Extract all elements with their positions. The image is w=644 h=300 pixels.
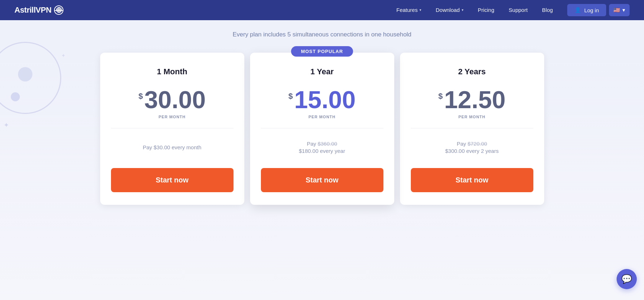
plan-name-monthly: 1 Month [111, 67, 234, 76]
nav-item-support[interactable]: Support [502, 0, 535, 20]
nav-item-download[interactable]: Download ▾ [428, 0, 471, 20]
plan-name-biennial: 2 Years [411, 67, 533, 76]
nav-item-features[interactable]: Features ▾ [389, 0, 428, 20]
most-popular-badge: MOST POPULAR [291, 46, 353, 57]
actual-price-yearly: $180.00 every year [299, 148, 345, 154]
nav-link-download[interactable]: Download ▾ [428, 0, 471, 20]
pay-info-yearly: Pay $360.00 $180.00 every year [261, 137, 383, 157]
nav-link-features[interactable]: Features ▾ [389, 0, 428, 20]
pay-info-biennial: Pay $720.00 $300.00 every 2 years [411, 137, 533, 157]
plan-name-yearly: 1 Year [261, 67, 383, 76]
main-content: ✦ ✦ Every plan includes 5 simultaneous c… [0, 20, 644, 300]
main-nav: Features ▾ Download ▾ Pricing Support Bl… [389, 0, 560, 20]
actual-price-biennial: $300.00 every 2 years [445, 148, 498, 154]
price-period-biennial: PER MONTH [411, 115, 533, 119]
price-amount-biennial: 12.50 [444, 87, 506, 112]
chat-icon: 💬 [621, 274, 632, 284]
price-row-yearly: $ 15.00 [261, 87, 383, 112]
nav-item-pricing[interactable]: Pricing [471, 0, 502, 20]
nav-item-blog[interactable]: Blog [535, 0, 560, 20]
price-row-biennial: $ 12.50 [411, 87, 533, 112]
divider [411, 128, 533, 128]
price-period-yearly: PER MONTH [261, 115, 383, 119]
nav-link-blog[interactable]: Blog [535, 0, 560, 20]
start-button-monthly[interactable]: Start now [111, 168, 234, 192]
plan-card-monthly: 1 Month $ 30.00 PER MONTH Pay $30.00 eve… [100, 53, 244, 205]
page-subtitle: Every plan includes 5 simultaneous conne… [0, 31, 644, 38]
chevron-down-icon: ▾ [462, 0, 463, 20]
price-amount-yearly: 15.00 [294, 87, 356, 112]
login-button[interactable]: 👤 Log in [567, 4, 606, 16]
price-row-monthly: $ 30.00 [111, 87, 234, 112]
nav-link-support[interactable]: Support [502, 0, 535, 20]
original-price-yearly: $360.00 [317, 141, 337, 147]
navbar-actions: 👤 Log in 🇺🇸 ▾ [567, 4, 630, 16]
start-button-biennial[interactable]: Start now [411, 168, 533, 192]
plan-card-yearly: MOST POPULAR 1 Year $ 15.00 PER MONTH Pa… [250, 53, 394, 205]
pay-info-monthly: Pay $30.00 every month [111, 137, 234, 157]
price-amount-monthly: 30.00 [145, 87, 206, 112]
chat-support-button[interactable]: 💬 [617, 269, 637, 289]
logo-text: AstrillVPN [14, 5, 52, 15]
divider [111, 128, 234, 128]
chevron-down-icon: ▾ [419, 0, 421, 20]
currency-symbol: $ [138, 92, 143, 101]
divider [261, 128, 383, 128]
nav-link-pricing[interactable]: Pricing [471, 0, 502, 20]
start-button-yearly[interactable]: Start now [261, 168, 383, 192]
currency-symbol: $ [288, 92, 293, 101]
logo-globe-icon: ⊕ [54, 5, 63, 15]
currency-symbol: $ [438, 92, 443, 101]
navbar: AstrillVPN ⊕ Features ▾ Download ▾ Prici… [0, 0, 644, 20]
plan-card-biennial: 2 Years $ 12.50 PER MONTH Pay $720.00 $3… [400, 53, 544, 205]
chevron-down-icon: ▾ [622, 7, 625, 13]
logo[interactable]: AstrillVPN ⊕ [14, 5, 63, 15]
price-period-monthly: PER MONTH [111, 115, 234, 119]
language-selector[interactable]: 🇺🇸 ▾ [609, 4, 630, 16]
pricing-section: 1 Month $ 30.00 PER MONTH Pay $30.00 eve… [0, 53, 644, 205]
original-price-biennial: $720.00 [467, 141, 487, 147]
user-icon: 👤 [574, 7, 581, 13]
